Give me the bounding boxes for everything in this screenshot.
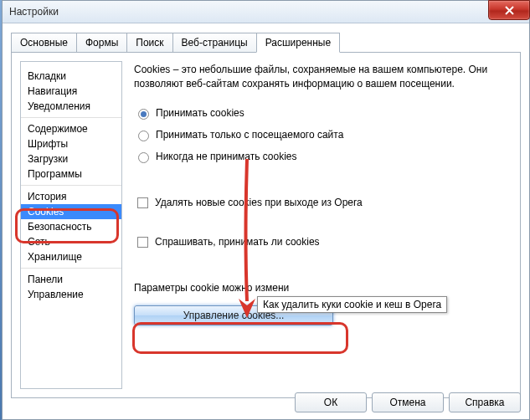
titlebar: Настройки <box>3 1 529 23</box>
tab-search[interactable]: Поиск <box>126 33 172 53</box>
radio-never-accept[interactable] <box>138 152 149 163</box>
check-ask-label: Спрашивать, принимать ли cookies <box>155 236 320 248</box>
sidebar-item-history[interactable]: История <box>21 189 121 204</box>
main-panel: Cookies – это небольшие файлы, сохраняем… <box>131 53 520 397</box>
tab-forms[interactable]: Формы <box>76 33 127 53</box>
sidebar-item-panels[interactable]: Панели <box>21 272 121 287</box>
cookies-description: Cookies – это небольшие файлы, сохраняем… <box>134 63 507 91</box>
help-button[interactable]: Справка <box>449 392 521 412</box>
radio-accept-all[interactable] <box>138 109 149 120</box>
ok-button[interactable]: ОК <box>295 392 367 412</box>
close-button[interactable] <box>488 0 530 20</box>
sidebar-item-fonts[interactable]: Шрифты <box>21 136 121 151</box>
cancel-button[interactable]: Отмена <box>372 392 444 412</box>
radio-accept-visited-label: Принимать только с посещаемого сайта <box>156 129 343 141</box>
sidebar: Вкладки Навигация Уведомления Содержимое… <box>20 61 122 389</box>
tab-main[interactable]: Основные <box>11 33 77 53</box>
param-text: Параметры cookie можно измени <box>134 282 507 294</box>
sidebar-item-storage[interactable]: Хранилище <box>21 249 121 264</box>
sidebar-item-content[interactable]: Содержимое <box>21 121 121 136</box>
sidebar-item-downloads[interactable]: Загрузки <box>21 151 121 166</box>
radio-accept-visited[interactable] <box>138 131 149 141</box>
sidebar-item-tabs[interactable]: Вкладки <box>21 69 121 84</box>
radio-accept-all-label: Принимать cookies <box>156 107 244 119</box>
tabstrip: Основные Формы Поиск Веб-страницы Расшир… <box>11 32 521 52</box>
check-ask[interactable] <box>137 237 148 248</box>
sidebar-item-security[interactable]: Безопасность <box>21 219 121 234</box>
tab-webpages[interactable]: Веб-страницы <box>172 33 257 53</box>
check-delete-on-exit-label: Удалять новые cookies при выходе из Oper… <box>155 197 363 208</box>
window-title: Настройки <box>9 6 59 18</box>
tab-advanced[interactable]: Расширенные <box>256 33 341 53</box>
sidebar-item-cookies[interactable]: Cookies <box>21 204 121 219</box>
sidebar-item-notifications[interactable]: Уведомления <box>21 99 121 114</box>
sidebar-item-navigation[interactable]: Навигация <box>21 84 121 99</box>
sidebar-item-programs[interactable]: Программы <box>21 166 121 182</box>
tooltip: Как удалить куки cookie и кеш в Opera <box>257 296 447 313</box>
check-delete-on-exit[interactable] <box>137 197 148 208</box>
tab-content: Вкладки Навигация Уведомления Содержимое… <box>11 52 521 398</box>
sidebar-item-management[interactable]: Управление <box>21 287 121 302</box>
sidebar-item-network[interactable]: Сеть <box>21 234 121 249</box>
radio-never-accept-label: Никогда не принимать cookies <box>156 151 297 162</box>
